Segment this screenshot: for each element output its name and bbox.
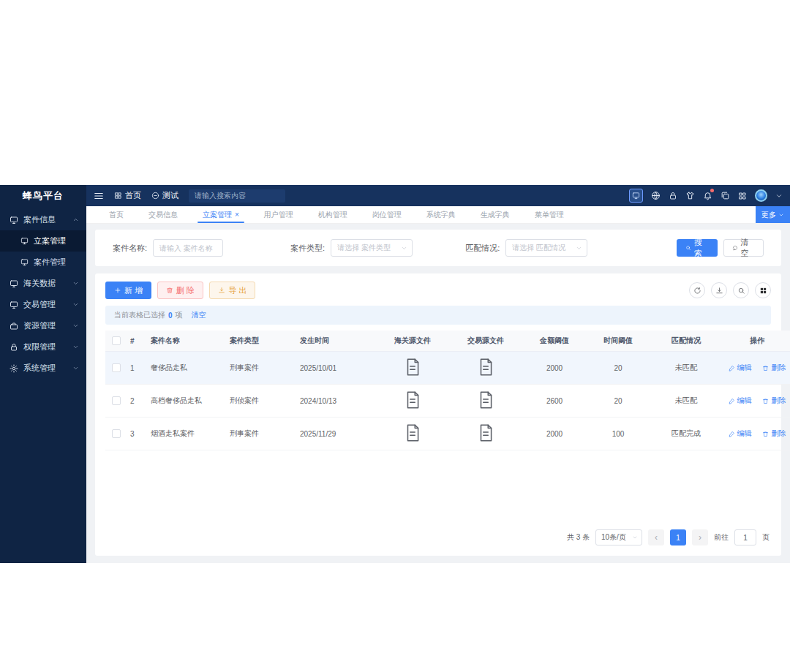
clear-button[interactable]: 清 空 (723, 239, 764, 257)
row-checkbox[interactable] (112, 363, 121, 372)
delete-link[interactable]: 删除 (762, 396, 786, 406)
cell-index: 2 (127, 385, 148, 418)
sidebar-item-case-management[interactable]: 案件管理 (0, 252, 86, 273)
chevron-up-icon (72, 216, 79, 224)
global-search-input[interactable] (189, 189, 285, 203)
row-checkbox[interactable] (112, 396, 121, 405)
table-card: 新 增 删 除 导 出 (95, 273, 781, 556)
case-type-select[interactable]: 请选择 案件类型 (331, 239, 413, 257)
tab-close-icon[interactable]: × (235, 211, 239, 219)
tab-home[interactable]: 首页 (97, 206, 136, 223)
page-number-button[interactable]: 1 (670, 529, 686, 545)
col-amount-threshold: 金额阈值 (522, 331, 587, 352)
download-icon[interactable] (711, 282, 727, 298)
sidebar-item-label: 系统管理 (23, 363, 67, 374)
chevron-down-icon (72, 301, 79, 309)
sidebar: 案件信息 立案管理 案件管理 海关数 (0, 206, 86, 563)
document-icon[interactable] (403, 423, 422, 442)
notification-bell-icon[interactable] (703, 191, 712, 200)
sidebar-item-system-management[interactable]: 系统管理 (0, 358, 86, 379)
col-time-threshold: 时间阈值 (587, 331, 650, 352)
col-date: 发生时间 (297, 331, 376, 352)
filter-match-group: 匹配情况: 请选择 匹配情况 (465, 239, 587, 257)
cell-index: 3 (127, 418, 148, 450)
user-avatar[interactable] (755, 189, 767, 202)
document-icon[interactable] (476, 423, 495, 442)
document-icon[interactable] (476, 390, 495, 409)
sidebar-item-trade-management[interactable]: 交易管理 (0, 294, 86, 315)
monitor-icon (20, 237, 29, 245)
sidebar-item-label: 海关数据 (23, 278, 67, 289)
language-globe-icon[interactable] (651, 191, 661, 200)
column-settings-icon[interactable] (755, 282, 771, 298)
sidebar-item-resource-management[interactable]: 资源管理 (0, 315, 86, 336)
selection-bar: 当前表格已选择 0 项 清空 (105, 306, 771, 325)
edit-link[interactable]: 编辑 (729, 396, 752, 406)
row-checkbox[interactable] (112, 429, 121, 438)
tab-label: 交易信息 (148, 210, 178, 220)
cases-table: # 案件名称 案件类型 发生时间 海关源文件 交易源文件 金额阈值 时间阈值 匹… (105, 331, 790, 450)
monitor-toggle-icon[interactable] (629, 189, 643, 203)
selection-count: 0 (168, 312, 173, 320)
top-menu-home[interactable]: 首页 (114, 190, 141, 201)
hamburger-menu-icon[interactable] (94, 191, 104, 201)
tab-org-management[interactable]: 机构管理 (306, 206, 360, 223)
refresh-icon[interactable] (689, 282, 705, 298)
top-menu-home-label: 首页 (125, 190, 141, 201)
tab-post-management[interactable]: 岗位管理 (360, 206, 414, 223)
add-button[interactable]: 新 增 (105, 282, 151, 299)
selection-clear-link[interactable]: 清空 (192, 310, 206, 320)
edit-link[interactable]: 编辑 (729, 429, 752, 439)
sidebar-item-case-info[interactable]: 案件信息 (0, 209, 86, 230)
cell-case-type: 刑事案件 (227, 352, 297, 385)
filter-card: 案件名称: 案件类型: 请选择 案件类型 匹配情况: 请选择 匹配情况 (95, 230, 781, 266)
sidebar-item-permission-management[interactable]: 权限管理 (0, 336, 86, 358)
top-menu-test-label: 测试 (162, 190, 178, 201)
document-icon[interactable] (403, 358, 422, 377)
document-icon[interactable] (403, 390, 422, 409)
delete-link-label: 删除 (771, 429, 786, 439)
tab-system-dict[interactable]: 系统字典 (414, 206, 468, 223)
sidebar-item-label: 权限管理 (23, 341, 67, 352)
tab-user-management[interactable]: 用户管理 (252, 206, 306, 223)
tab-trade-info[interactable]: 交易信息 (136, 206, 190, 223)
next-page-button[interactable]: › (692, 529, 708, 545)
delete-button[interactable]: 删 除 (157, 282, 203, 299)
sidebar-item-filing-management[interactable]: 立案管理 (0, 230, 86, 252)
selection-prefix: 当前表格已选择 (114, 310, 165, 320)
delete-link-label: 删除 (771, 396, 786, 406)
select-all-checkbox[interactable] (112, 336, 121, 345)
delete-link[interactable]: 删除 (762, 429, 786, 439)
col-trade-file: 交易源文件 (449, 331, 522, 352)
sidebar-item-label: 资源管理 (23, 320, 67, 331)
theme-skin-icon[interactable] (685, 191, 695, 200)
magnifier-icon[interactable] (733, 282, 749, 298)
topbar: 蜂鸟平台 首页 测试 (0, 185, 790, 206)
monitor-icon (10, 216, 18, 224)
layers-copy-icon[interactable] (721, 191, 730, 200)
delete-link[interactable]: 删除 (762, 363, 786, 373)
apps-grid-icon[interactable] (738, 192, 747, 200)
document-icon[interactable] (476, 358, 495, 377)
chevron-down-icon (72, 343, 79, 352)
search-button[interactable]: 搜 索 (677, 239, 717, 257)
tab-filing-management[interactable]: 立案管理 × (190, 206, 252, 223)
sidebar-item-label: 案件管理 (34, 257, 66, 268)
goto-page-input[interactable] (734, 529, 756, 545)
page-size-select[interactable]: 10条/页 (595, 529, 642, 545)
tabs-more-button[interactable]: 更多 (756, 206, 790, 223)
edit-link[interactable]: 编辑 (729, 363, 752, 373)
tab-menu-management[interactable]: 菜单管理 (522, 206, 576, 223)
lock-screen-icon[interactable] (669, 192, 677, 200)
cell-amount-threshold: 2000 (522, 418, 587, 450)
user-menu-chevron-icon[interactable] (775, 192, 783, 200)
export-button[interactable]: 导 出 (209, 282, 255, 299)
tab-gen-dict[interactable]: 生成字典 (468, 206, 522, 223)
sidebar-item-customs-data[interactable]: 海关数据 (0, 273, 86, 294)
case-name-input[interactable] (153, 239, 223, 257)
clear-button-label: 清 空 (740, 237, 755, 259)
prev-page-button[interactable]: ‹ (648, 529, 664, 545)
top-menu-test[interactable]: 测试 (151, 190, 178, 201)
tab-label: 菜单管理 (535, 210, 564, 220)
match-status-select[interactable]: 请选择 匹配情况 (505, 239, 587, 257)
